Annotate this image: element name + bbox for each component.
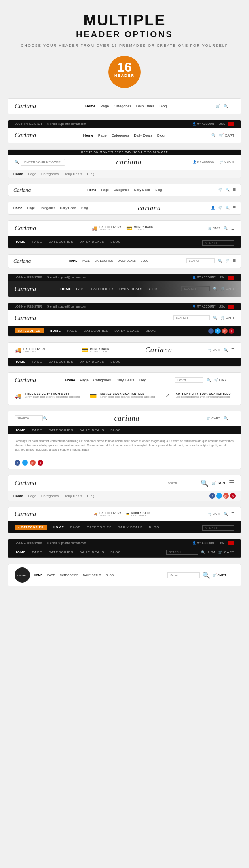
facebook-icon-9[interactable]: f <box>208 328 214 334</box>
nav-blog-15[interactable]: BLOG <box>110 550 121 554</box>
cart-icon-4[interactable]: 🛒 <box>218 188 222 192</box>
nav-blog-12[interactable]: BLOG <box>110 428 121 432</box>
nav-blog-2[interactable]: Blog <box>157 133 165 137</box>
nav-blog-4[interactable]: Blog <box>155 188 162 192</box>
cart-icon-8[interactable]: 🛒 CART <box>221 287 234 291</box>
nav-page-7[interactable]: PAGE <box>82 259 90 262</box>
nav-blog-3[interactable]: Blog <box>87 172 95 176</box>
nav-blog-14[interactable]: BLOG <box>149 525 159 529</box>
nav-daily-deals-12[interactable]: DAILY DEALS <box>80 428 105 432</box>
search-input-3[interactable] <box>21 159 65 166</box>
nav-home-9[interactable]: HOME <box>50 329 61 333</box>
nav-categories-3[interactable]: Categories <box>41 172 59 176</box>
nav-page-2[interactable]: Page <box>98 133 107 137</box>
search-input-11[interactable] <box>175 377 203 383</box>
search-input-8[interactable] <box>181 286 210 291</box>
search-input-13[interactable] <box>165 480 197 486</box>
search-icon-2[interactable]: 🔍 <box>211 133 216 137</box>
search-icon-9[interactable]: 🔍 <box>213 316 217 320</box>
search-input-16[interactable] <box>167 572 200 578</box>
nav-page-14[interactable]: PAGE <box>70 525 81 529</box>
login-register-15[interactable]: LOGIN or REGISTER <box>15 542 42 545</box>
my-account-3[interactable]: 👤 MY ACCOUNT <box>193 160 216 164</box>
nav-categories-2[interactable]: Categories <box>112 133 129 137</box>
nav-categories-15[interactable]: CATEGORIES <box>49 550 74 554</box>
cart-label-6[interactable]: 🛒 CART <box>208 227 220 230</box>
nav-home-13[interactable]: Home <box>13 494 23 498</box>
my-account-15[interactable]: 👤 MY ACCOUNT <box>192 541 216 545</box>
search-icon-10[interactable]: 🔍 <box>224 348 228 352</box>
search-icon-8[interactable]: 🔍 <box>213 287 217 291</box>
search-icon-4[interactable]: 🔍 <box>226 188 230 192</box>
nav-page-9[interactable]: PAGE <box>67 329 78 333</box>
nav-daily-deals[interactable]: Daily Deals <box>136 104 155 108</box>
facebook-icon-12[interactable]: f <box>15 460 20 466</box>
nav-page-8[interactable]: PAGE <box>76 287 86 291</box>
nav-home-6[interactable]: HOME <box>15 240 26 244</box>
cart-label-2[interactable]: 🛒 CART <box>219 133 234 137</box>
cart-icon-5[interactable]: 🛒 <box>218 206 222 210</box>
nav-blog-9[interactable]: BLOG <box>146 329 156 333</box>
nav-categories[interactable]: Categories <box>114 104 131 108</box>
categories-btn-9[interactable]: CATEGORIES <box>15 328 44 333</box>
nav-home-4[interactable]: Home <box>87 188 96 192</box>
nav-blog-7[interactable]: BLOG <box>141 259 148 262</box>
nav-categories-8[interactable]: CATEGORIES <box>91 287 114 291</box>
search-icon-14[interactable]: 🔍 <box>224 512 228 516</box>
nav-daily-deals-11[interactable]: Daily Deals <box>116 378 134 382</box>
cart-icon-11[interactable]: 🛒 CART <box>214 378 228 382</box>
menu-icon-7[interactable]: ☰ <box>233 259 236 263</box>
gplus-icon-12[interactable]: g+ <box>30 460 36 466</box>
nav-daily-deals-15[interactable]: DAILY DEALS <box>80 550 105 554</box>
nav-daily-deals-16[interactable]: DAILY DEALS <box>83 574 101 577</box>
search-icon-16[interactable]: 🔍 <box>202 571 210 579</box>
search-icon-6[interactable]: 🔍 <box>224 226 228 230</box>
nav-home-10[interactable]: HOME <box>15 360 26 364</box>
my-account-8[interactable]: 👤 MY ACCOUNT <box>192 276 216 279</box>
nav-categories-7[interactable]: CATEGORIES <box>95 259 113 262</box>
nav-daily-deals-3[interactable]: Daily Deals <box>64 172 82 176</box>
search-icon-7[interactable]: 🔍 <box>218 259 222 263</box>
menu-icon-6[interactable]: ☰ <box>231 226 234 230</box>
nav-page[interactable]: Page <box>100 104 109 108</box>
twitter-icon-9[interactable]: t <box>215 328 221 334</box>
menu-icon-14[interactable]: ☰ <box>231 512 234 516</box>
search-icon-11[interactable]: 🔍 <box>207 378 211 382</box>
login-register-8[interactable]: LOGIN or REGISTER <box>15 276 42 279</box>
nav-page-16[interactable]: PAGE <box>47 574 55 577</box>
search-icon[interactable]: 🔍 <box>224 104 228 108</box>
search-icon-3[interactable]: 🔍 <box>15 160 19 164</box>
menu-icon-12[interactable]: ☰ <box>231 416 234 420</box>
nav-daily-deals-2[interactable]: Daily Deals <box>134 133 152 137</box>
gplus-icon-9[interactable]: g+ <box>222 328 228 334</box>
cart-icon-15[interactable]: 🛒 CART <box>218 550 234 554</box>
nav-categories-4[interactable]: Categories <box>114 188 129 192</box>
search-icon-12b[interactable]: 🔍 <box>224 416 228 420</box>
nav-home[interactable]: Home <box>85 104 95 108</box>
currency-8[interactable]: USA <box>219 276 225 279</box>
nav-blog-5[interactable]: Blog <box>81 206 88 210</box>
menu-icon[interactable]: ☰ <box>231 104 234 108</box>
nav-categories-5[interactable]: Categories <box>40 206 55 210</box>
nav-blog-8[interactable]: BLOG <box>147 287 157 291</box>
nav-categories-14[interactable]: CATEGORIES <box>87 525 112 529</box>
search-input-12[interactable] <box>15 415 43 421</box>
nav-categories-10[interactable]: CATEGORIES <box>49 360 74 364</box>
nav-blog-13[interactable]: Blog <box>87 494 95 498</box>
cart-icon[interactable]: 🛒 <box>216 104 220 108</box>
search-icon-13[interactable]: 🔍 <box>200 479 209 487</box>
nav-page-12[interactable]: PAGE <box>32 428 42 432</box>
currency-9[interactable]: USA <box>219 305 225 308</box>
menu-icon-13[interactable]: ☰ <box>229 479 234 487</box>
nav-categories-9[interactable]: CATEGORIES <box>83 329 108 333</box>
twitter-icon-13[interactable]: t <box>216 493 222 499</box>
my-account-9[interactable]: 👤 MY ACCOUNT <box>192 305 216 308</box>
nav-blog[interactable]: Blog <box>159 104 167 108</box>
nav-categories-16[interactable]: CATEGORIES <box>60 574 78 577</box>
nav-home-7[interactable]: HOME <box>69 259 77 262</box>
login-register-9[interactable]: LOGIN or REGISTER <box>15 305 42 308</box>
search-input-14[interactable] <box>202 525 234 531</box>
facebook-icon-13[interactable]: f <box>209 493 215 499</box>
cart-icon-13[interactable]: 🛒 CART <box>212 481 226 485</box>
nav-daily-deals-10[interactable]: DAILY DEALS <box>80 360 105 364</box>
